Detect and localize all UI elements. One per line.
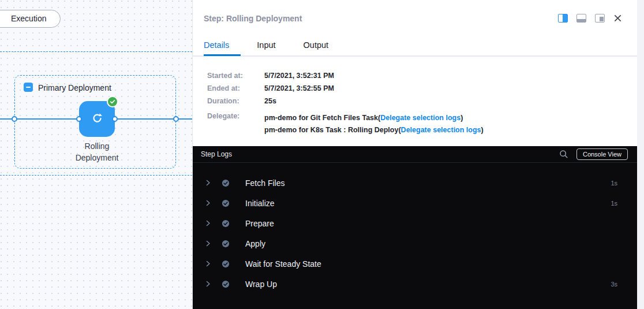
execution-tab-label: Execution (11, 14, 46, 23)
tab-details[interactable]: Details (204, 40, 229, 50)
detail-value: 5/7/2021, 3:52:55 PM (264, 84, 621, 92)
panel-scrollbar[interactable] (637, 0, 644, 309)
stage-boundary-bottom (0, 175, 192, 176)
check-circle-icon (222, 199, 230, 207)
log-step-label: Initialize (245, 199, 275, 208)
log-row[interactable]: Initialize 1s (193, 193, 637, 213)
execution-tab[interactable]: Execution (0, 10, 61, 28)
refresh-icon (91, 111, 104, 127)
connection-point (76, 116, 82, 122)
log-step-duration: 1s (611, 200, 617, 207)
log-step-label: Wait for Steady State (245, 259, 321, 269)
pipeline-canvas[interactable]: Execution Primary Deployment Rolling Dep… (0, 0, 192, 309)
check-circle-icon (222, 240, 230, 248)
split-right-icon[interactable] (558, 14, 568, 23)
chevron-right-icon[interactable] (204, 199, 214, 207)
tab-output[interactable]: Output (304, 40, 329, 50)
step-details-panel: Step: Rolling Deployment Details Input O… (192, 0, 644, 309)
delegate-suffix: ) (460, 114, 463, 122)
search-icon[interactable] (559, 150, 568, 159)
split-bottom-icon[interactable] (576, 14, 586, 23)
step-logs-panel: Step Logs Console View Fetch Files 1s (193, 146, 637, 309)
step-logs-header: Step Logs Console View (193, 146, 637, 163)
chevron-right-icon[interactable] (204, 280, 214, 288)
log-step-label: Fetch Files (245, 178, 284, 188)
delegate-selection-logs-link[interactable]: Delegate selection logs (380, 114, 460, 122)
tab-input[interactable]: Input (257, 40, 275, 50)
delegate-line: pm-demo for K8s Task : Rolling Deploy(De… (264, 124, 621, 136)
console-view-button[interactable]: Console View (576, 148, 628, 160)
delegate-selection-logs-link[interactable]: Delegate selection logs (401, 126, 481, 134)
chevron-right-icon[interactable] (204, 219, 214, 227)
detail-label: Started at: (207, 72, 264, 80)
log-rows: Fetch Files 1s Initialize 1s Prepare App… (193, 173, 637, 294)
node-label: Rolling Deployment (62, 140, 132, 163)
check-circle-icon (222, 260, 230, 268)
check-circle-icon (222, 280, 230, 288)
tab-divider (193, 55, 637, 57)
log-step-label: Wrap Up (245, 280, 277, 289)
log-step-duration: 3s (611, 281, 617, 288)
detail-label: Duration: (207, 97, 264, 105)
check-circle-icon (222, 219, 230, 228)
delegate-line: pm-demo for Git Fetch Files Task(Delegat… (264, 112, 621, 124)
detail-value: 25s (264, 97, 621, 105)
chevron-right-icon[interactable] (204, 260, 214, 267)
connection-point (12, 116, 17, 122)
log-step-label: Apply (245, 239, 265, 248)
delegate-suffix: ) (481, 126, 484, 134)
chevron-right-icon[interactable] (204, 179, 214, 187)
log-row[interactable]: Fetch Files 1s (193, 173, 637, 193)
close-icon[interactable] (613, 14, 622, 23)
log-row[interactable]: Wait for Steady State (193, 254, 637, 274)
log-step-duration: 1s (611, 180, 617, 187)
detail-value: 5/7/2021, 3:52:31 PM (264, 72, 621, 80)
stage-boundary-top (0, 51, 192, 52)
log-row[interactable]: Apply (193, 233, 637, 254)
success-check-icon (107, 96, 118, 107)
detail-label: Delegate: (207, 112, 264, 136)
connection-point (173, 116, 179, 122)
delegate-text: pm-demo for Git Fetch Files Task( (264, 114, 380, 122)
log-row[interactable]: Prepare (193, 213, 637, 233)
panel-actions (558, 14, 622, 23)
chevron-right-icon[interactable] (204, 240, 214, 247)
collapse-group-icon[interactable] (24, 83, 33, 92)
split-corner-icon[interactable] (595, 14, 605, 23)
connection-point (112, 116, 118, 122)
log-row[interactable]: Wrap Up 3s (193, 274, 637, 294)
step-details: Started at: 5/7/2021, 3:52:31 PM Ended a… (207, 72, 621, 136)
group-label: Primary Deployment (38, 83, 111, 92)
log-step-label: Prepare (245, 219, 274, 228)
check-circle-icon (222, 179, 230, 187)
detail-label: Ended at: (207, 84, 264, 92)
active-tab-underline (204, 54, 241, 56)
panel-title: Step: Rolling Deployment (204, 14, 302, 23)
delegate-text: pm-demo for K8s Task : Rolling Deploy( (264, 126, 401, 134)
step-logs-title: Step Logs (201, 150, 232, 158)
panel-tabs: Details Input Output (204, 40, 328, 50)
